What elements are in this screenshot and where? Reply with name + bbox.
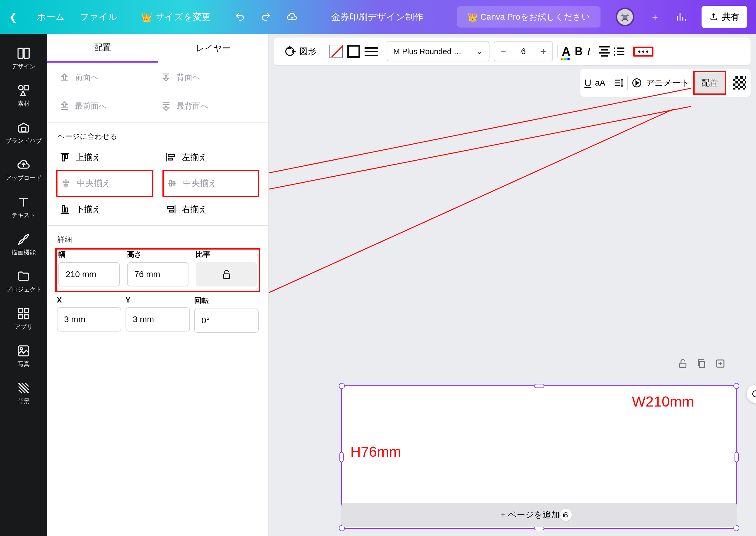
height-label: 高さ	[127, 250, 189, 259]
edit-shape-button[interactable]: 図形	[280, 43, 321, 60]
layer-order-row2: 最前面へ 最背面へ	[47, 92, 268, 120]
nav-projects[interactable]: プロジェクト	[0, 263, 47, 300]
height-annotation: H76mm	[350, 444, 401, 460]
height-field[interactable]: 76 mm	[127, 262, 189, 286]
svg-rect-5	[19, 309, 23, 313]
detail-title: 詳細	[47, 227, 268, 246]
more-options-button[interactable]	[638, 50, 648, 52]
y-field[interactable]: 3 mm	[125, 307, 190, 331]
resize-handle-tl[interactable]	[339, 383, 345, 389]
size-group-highlight: 幅210 mm 高さ76 mm 比率	[55, 248, 260, 292]
svg-rect-1	[24, 49, 29, 58]
width-label: 幅	[58, 250, 120, 259]
resize-handle-r[interactable]	[735, 452, 739, 462]
home-menu[interactable]: ホーム	[37, 11, 65, 23]
document-title[interactable]: 金券印刷デザイン制作	[331, 11, 423, 23]
fill-color-button[interactable]	[329, 45, 343, 58]
transparency-button[interactable]	[733, 76, 746, 89]
align-bottom-button[interactable]: 下揃え	[56, 197, 154, 222]
svg-rect-23	[223, 274, 230, 279]
case-button[interactable]: aA	[595, 78, 605, 88]
try-pro-button[interactable]: 👑Canva Proをお試しください	[457, 6, 601, 27]
nav-apps[interactable]: アプリ	[0, 300, 47, 338]
layer-order-row1: 前面へ 背面へ	[47, 63, 268, 92]
text-color-button[interactable]: A	[562, 45, 570, 58]
analytics-icon[interactable]	[675, 12, 686, 22]
resize-handle-tr[interactable]	[733, 383, 739, 389]
context-toolbar-2: U aA アニメート 配置	[580, 69, 751, 97]
border-style-button[interactable]	[364, 45, 378, 58]
artboard: W210mm H76mm + ページを追加	[302, 98, 723, 524]
tab-layer[interactable]: レイヤー	[158, 34, 269, 63]
back-icon[interactable]: ❮	[9, 11, 22, 23]
share-button[interactable]: 共有	[702, 6, 747, 28]
undo-icon[interactable]	[234, 12, 245, 22]
underline-button[interactable]: U	[584, 78, 591, 89]
send-backward-button: 背面へ	[158, 65, 259, 89]
font-size-value[interactable]: 6	[512, 47, 534, 56]
page-actions	[677, 358, 726, 369]
nav-background[interactable]: 背景	[0, 375, 47, 412]
align-center-v-button[interactable]: 中央揃え	[162, 170, 259, 197]
nav-photos[interactable]: 写真	[0, 338, 47, 375]
duplicate-page-icon[interactable]	[696, 358, 707, 369]
rotation-field[interactable]: 0°	[194, 309, 258, 333]
spacing-button[interactable]	[613, 78, 624, 88]
animate-button[interactable]: アニメート	[631, 77, 689, 89]
size-minus-button[interactable]: –	[494, 46, 512, 56]
position-button[interactable]: 配置	[693, 71, 726, 95]
add-page-icon[interactable]	[715, 358, 726, 369]
x-field[interactable]: 3 mm	[57, 307, 121, 331]
left-sidebar: デザイン 素材 ブランドハブ アップロード テキスト 描画機能 プロジェクト ア…	[0, 34, 47, 536]
svg-rect-14	[168, 158, 172, 160]
align-left-button[interactable]: 左揃え	[162, 145, 259, 170]
align-center-h-button[interactable]: 中央揃え	[56, 170, 154, 197]
file-menu[interactable]: ファイル	[80, 11, 118, 23]
send-back-button: 最背面へ	[158, 94, 259, 118]
properties-panel: 配置 レイヤー 前面へ 背面へ 最前面へ 最背面へ ページに合わせる 上揃え 左…	[47, 34, 269, 536]
nav-upload[interactable]: アップロード	[0, 151, 47, 189]
page-refresh-icon[interactable]	[560, 509, 572, 521]
nav-text[interactable]: テキスト	[0, 189, 47, 226]
svg-rect-27	[700, 361, 705, 368]
cloud-sync-icon[interactable]	[287, 12, 297, 22]
bold-button[interactable]: B	[575, 45, 583, 58]
avatar[interactable]: 貴	[616, 8, 635, 26]
svg-rect-13	[168, 154, 175, 156]
add-page-button[interactable]: + ページを追加	[341, 503, 737, 527]
bring-front-button: 最前面へ	[56, 94, 158, 118]
resize-handle-l[interactable]	[339, 452, 344, 462]
svg-rect-22	[169, 210, 174, 212]
svg-point-10	[20, 348, 22, 350]
font-family-dropdown[interactable]: M Plus Rounded …⌄	[387, 42, 490, 61]
ratio-lock-button[interactable]	[196, 262, 257, 286]
nav-design[interactable]: デザイン	[0, 40, 47, 77]
size-plus-button[interactable]: +	[534, 46, 552, 56]
width-field[interactable]: 210 mm	[58, 262, 120, 286]
fit-page-title: ページに合わせる	[47, 124, 268, 143]
nav-draw[interactable]: 描画機能	[0, 226, 47, 263]
border-color-button[interactable]	[347, 45, 360, 58]
align-grid: 上揃え 左揃え 中央揃え 中央揃え 下揃え 右揃え	[47, 143, 268, 223]
width-annotation: W210mm	[632, 393, 694, 410]
list-button[interactable]	[614, 48, 624, 56]
bring-forward-button: 前面へ	[56, 65, 158, 89]
nav-elements[interactable]: 素材	[0, 77, 47, 114]
rotate-handle[interactable]	[747, 385, 756, 403]
font-size-stepper[interactable]: –6+	[494, 42, 553, 61]
italic-button[interactable]: I	[587, 45, 591, 58]
lock-page-icon[interactable]	[677, 358, 688, 369]
resize-button[interactable]: 👑サイズを変更	[132, 7, 219, 27]
svg-rect-20	[66, 208, 67, 212]
redo-icon[interactable]	[260, 12, 271, 22]
top-bar: ❮ ホーム ファイル 👑サイズを変更 金券印刷デザイン制作 👑Canva Pro…	[0, 0, 756, 34]
svg-rect-21	[167, 207, 174, 208]
add-member-icon[interactable]: +	[649, 11, 660, 23]
text-align-button[interactable]	[599, 46, 609, 56]
align-top-button[interactable]: 上揃え	[56, 145, 154, 170]
svg-rect-11	[63, 154, 64, 161]
resize-handle-t[interactable]	[534, 384, 544, 388]
tab-position[interactable]: 配置	[47, 34, 158, 63]
align-right-button[interactable]: 右揃え	[162, 197, 259, 222]
nav-brand[interactable]: ブランドハブ	[0, 114, 47, 151]
